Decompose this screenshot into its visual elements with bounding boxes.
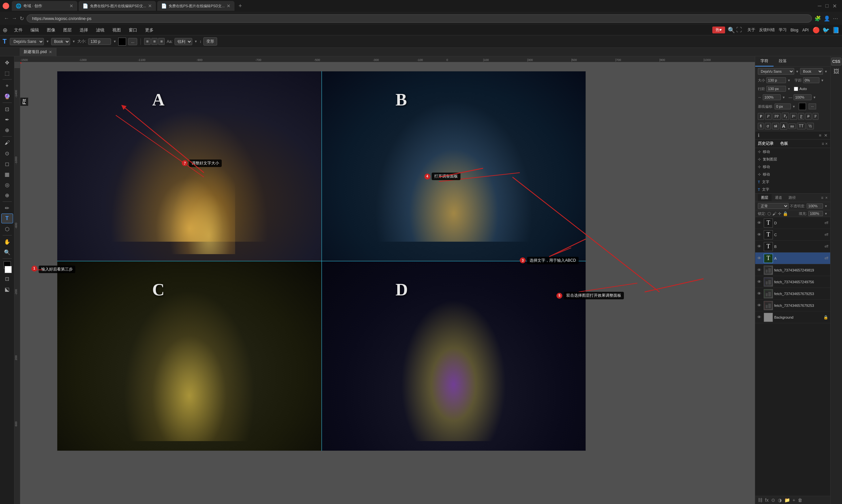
tab-character[interactable]: 字符 [755, 56, 773, 67]
layer-item-img2[interactable]: 👁 fetch_737434657249756 [755, 276, 830, 288]
layer-item-d[interactable]: 👁 T D eff [755, 217, 830, 229]
layers-adj-icon[interactable]: ◑ [778, 498, 782, 503]
back-button[interactable]: ← [4, 15, 9, 21]
typo-icon-pfrac[interactable]: P [812, 113, 819, 120]
char-style-select[interactable]: Book [800, 68, 823, 75]
panel-menu-icon[interactable]: ≡ [819, 133, 821, 138]
heal-tool[interactable]: ⊕ [1, 125, 13, 135]
typo-icon-punder[interactable]: P [798, 113, 804, 120]
lock-pixels-icon[interactable]: 🖌 [772, 211, 776, 216]
history-item-2[interactable]: ⊹ 移动 [755, 163, 830, 170]
quick-mask-tool[interactable]: ⊡ [1, 274, 13, 284]
typo-icon-p2[interactable]: P² [790, 113, 797, 120]
image-cell-d[interactable] [322, 261, 586, 451]
stamp-tool[interactable]: ⊙ [1, 148, 13, 158]
gradient-tool[interactable]: ▦ [1, 169, 13, 179]
refresh-button[interactable]: ↻ [20, 15, 24, 22]
menu-window[interactable]: 窗口 [125, 26, 141, 34]
menu-learn[interactable]: 学习 [779, 27, 787, 33]
doc-tab-close[interactable]: ✕ [49, 50, 52, 54]
pen-tool[interactable]: ✏ [1, 203, 13, 213]
fullscreen-icon[interactable]: ⛶ [736, 26, 742, 33]
menu-view[interactable]: 视图 [108, 26, 125, 34]
tab-paragraph[interactable]: 段落 [773, 56, 792, 67]
art-canvas[interactable]: A B C D [57, 71, 586, 451]
antialiasing-select[interactable]: 锐利 [175, 38, 192, 45]
eyedropper-tool[interactable]: ✒ [1, 114, 13, 124]
layer-eye-img3[interactable]: 👁 [757, 291, 763, 296]
history-item-5[interactable]: T 文字 [755, 186, 830, 193]
browser-close-icon[interactable] [3, 3, 9, 9]
layers-link-icon[interactable]: ⛓ [758, 498, 763, 503]
tab-ps2-close[interactable]: ✕ [227, 3, 231, 8]
document-tab-new[interactable]: 新建项目.psd ✕ [20, 48, 56, 56]
char-font-select[interactable]: DejaVu Sans [758, 68, 794, 75]
layer-eye-background[interactable]: 👁 [757, 315, 763, 320]
lock-all-icon[interactable]: 🔒 [783, 211, 788, 216]
layer-item-background[interactable]: 👁 Background 🔒 [755, 311, 830, 323]
more-options-button[interactable]: ... [128, 38, 137, 45]
wand-tool[interactable]: 🔮 [1, 91, 13, 101]
select-tool[interactable]: ⬚ [1, 68, 13, 78]
hand-tool[interactable]: ✋ [1, 237, 13, 247]
search-icon[interactable]: 🔍 [728, 26, 735, 34]
image-cell-b[interactable] [322, 71, 586, 261]
layer-eye-a[interactable]: 👁 [757, 256, 763, 261]
twitter-icon[interactable]: 🐦 [822, 26, 829, 34]
eraser-tool[interactable]: ◻ [1, 159, 13, 169]
background-color[interactable] [4, 266, 12, 273]
menu-feedback[interactable]: 反馈纠错 [759, 27, 775, 33]
brush-tool[interactable]: 🖌 [1, 138, 13, 148]
reddit-icon[interactable]: 🔴 [812, 26, 820, 34]
typo-icon-caps[interactable]: A [780, 123, 787, 130]
layer-eye-img4[interactable]: 👁 [757, 303, 763, 308]
fill-input[interactable] [808, 211, 823, 216]
tab-qiyu[interactable]: 🌐 奇域 · 创作 ✕ [12, 1, 77, 11]
layers-fx-icon[interactable]: fx [765, 498, 769, 503]
tab-ps2[interactable]: 📄 免费在线PS-图片在线编辑PSD文... ✕ [157, 1, 234, 11]
font-style-select[interactable]: Book [51, 38, 70, 45]
menu-image[interactable]: 图像 [43, 26, 59, 34]
layer-item-img4[interactable]: 👁 fetch_737434657679253 [755, 300, 830, 311]
new-tab-button[interactable]: + [236, 3, 245, 10]
char-leading-input[interactable] [766, 86, 786, 92]
lock-transparent-icon[interactable]: ⬡ [767, 211, 771, 216]
layer-item-img3[interactable]: 👁 fetch_737434657679253 [755, 288, 830, 300]
char-more-btn[interactable]: ··· [809, 104, 816, 109]
layers-new-icon[interactable]: + [792, 498, 795, 503]
tab-ps1-close[interactable]: ✕ [148, 3, 152, 8]
minimize-icon[interactable]: ─ [818, 3, 821, 9]
layer-eye-img1[interactable]: 👁 [757, 268, 763, 272]
layers-delete-icon[interactable]: 🗑 [798, 498, 802, 503]
layers-close-icon[interactable]: × [825, 196, 828, 200]
char-baseline-input[interactable] [774, 104, 791, 109]
layer-eye-img2[interactable]: 👁 [757, 280, 763, 284]
hot-btn[interactable]: 热♥ [712, 26, 725, 33]
tab-ps1[interactable]: 📄 免费在线PS-图片在线编辑PSD文... ✕ [78, 1, 156, 11]
typo-icon-fi[interactable]: fi [758, 123, 764, 129]
tab-channels[interactable]: 通道 [772, 194, 785, 201]
lock-position-icon[interactable]: ✛ [778, 211, 782, 216]
layers-folder-icon[interactable]: 📁 [784, 498, 790, 503]
typo-icon-tt[interactable]: TT [797, 123, 806, 129]
menu-select[interactable]: 选择 [76, 26, 92, 34]
typo-icon-bold[interactable]: P [758, 113, 764, 120]
info-icon[interactable]: ℹ [758, 133, 759, 138]
char-color-swatch[interactable] [799, 103, 806, 110]
typo-icon-pr[interactable]: Pr [782, 113, 789, 120]
typo-icon-pstrike[interactable]: P [805, 113, 811, 120]
text-tool[interactable]: T [1, 214, 13, 223]
settings-icon[interactable]: ⋯ [833, 15, 838, 22]
forward-button[interactable]: → [12, 15, 17, 21]
layer-eye-d[interactable]: 👁 [757, 220, 763, 225]
auto-leading-checkbox[interactable] [794, 87, 798, 91]
move-tool[interactable]: ✥ [1, 58, 13, 68]
history-item-1[interactable]: ⊹ 复制图层 [755, 156, 830, 163]
layer-item-img1[interactable]: 👁 fetch_737434657249819 [755, 264, 830, 276]
line-spacing-selector[interactable]: ↕ [199, 39, 201, 44]
layers-mask-icon[interactable]: ⊙ [771, 498, 775, 503]
history-menu-icon[interactable]: ≡ [822, 142, 824, 146]
address-bar[interactable] [26, 14, 812, 23]
char-scale-h-input[interactable] [763, 94, 781, 100]
menu-api[interactable]: API [802, 28, 809, 32]
